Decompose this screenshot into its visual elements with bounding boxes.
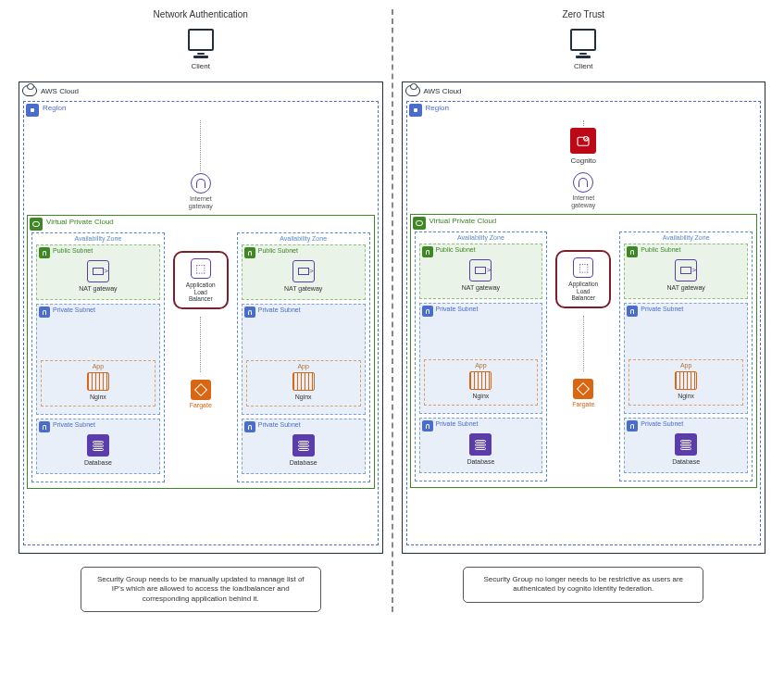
database-icon <box>469 433 492 456</box>
private-subnet-db-r2: Private Subnet Database <box>624 418 748 473</box>
region-label: Region <box>43 104 66 117</box>
alb-left: ⬚ Application Load Balancer <box>173 251 229 308</box>
alb-label: Application Load Balancer <box>177 281 225 301</box>
left-column: Network Authentication Client AWS Cloud … <box>9 9 392 612</box>
fargate-right: Fargate <box>572 379 594 407</box>
monitor-icon <box>570 29 596 51</box>
note-left: Security Group needs to be manually upda… <box>81 567 321 612</box>
app-label: App <box>42 363 155 369</box>
nginx-label: Nginx <box>45 394 151 400</box>
igw-icon <box>573 172 593 193</box>
app-label: App <box>247 363 360 369</box>
nginx-icon <box>292 372 315 391</box>
center-track-right: ⬚ Application Load Balancer Fargate <box>551 231 616 482</box>
public-subnet-label: Public Subnet <box>258 247 298 258</box>
vpc-frame-left: Virtual Private Cloud Availability Zone … <box>27 215 375 489</box>
note-right: Security Group no longer needs to be res… <box>463 567 703 603</box>
nat-icon <box>292 260 315 282</box>
client-label: Client <box>19 62 383 70</box>
private-subnet-label: Private Subnet <box>258 306 301 318</box>
cognito-icon <box>570 128 596 154</box>
nat-gateway-l1: NAT gateway <box>41 260 156 292</box>
monitor-icon <box>188 29 214 51</box>
cloud-icon <box>22 85 37 96</box>
title-right: Zero Trust <box>402 9 766 19</box>
az-label: Availability Zone <box>32 235 164 242</box>
igw-label: Internet gateway <box>27 195 375 209</box>
connector-line <box>200 317 201 372</box>
public-subnet-r2: Public Subnet NAT gateway <box>624 244 748 299</box>
db-label: Database <box>41 459 156 466</box>
center-divider <box>392 9 393 612</box>
nginx-icon <box>469 371 492 390</box>
private-subnet-app-r2: Private Subnet AppNginx <box>624 303 748 414</box>
private-subnet-app-l1: Private Subnet App Nginx <box>36 304 160 415</box>
fargate-label: Fargate <box>190 402 212 408</box>
nginx-icon <box>87 372 109 391</box>
az-label: Availability Zone <box>416 234 547 241</box>
fargate-icon <box>573 379 593 399</box>
aws-cloud-frame-left: AWS Cloud Region Internet gateway Virtua… <box>19 81 383 554</box>
private-subnet-app-r1: Private Subnet AppNginx <box>419 303 543 414</box>
connector-line <box>583 316 584 371</box>
private-subnet-db-l1: Private Subnet Database <box>36 419 160 474</box>
cloud-icon <box>405 85 420 96</box>
nat-icon <box>675 259 697 281</box>
cognito: Cognito <box>410 128 758 165</box>
db-label: Database <box>246 459 361 466</box>
client-label: Client <box>402 62 766 70</box>
nat-icon <box>87 260 109 282</box>
aws-cloud-frame-right: AWS Cloud Region Cognito Internet gatewa… <box>402 81 766 554</box>
connector-line <box>583 120 584 126</box>
private-subnet-app-l2: Private Subnet App Nginx <box>242 304 366 415</box>
igw-icon <box>191 173 211 194</box>
client-left: Client <box>19 29 383 70</box>
az-label: Availability Zone <box>238 235 369 242</box>
fargate-left: Fargate <box>190 380 212 408</box>
private-subnet-label: Private Subnet <box>53 421 95 432</box>
nat-icon <box>469 259 492 281</box>
app-frame-l1: App Nginx <box>41 360 156 407</box>
center-track-left: ⬚ Application Load Balancer Fargate <box>168 232 233 482</box>
app-frame-l2: App Nginx <box>246 360 361 407</box>
region-label: Region <box>426 104 449 117</box>
vpc-label: Virtual Private Cloud <box>429 217 497 230</box>
fargate-icon <box>191 380 211 400</box>
database-l1: Database <box>41 434 156 466</box>
private-subnet-db-l2: Private Subnet Database <box>242 419 366 474</box>
private-subnet-db-r1: Private Subnet Database <box>419 418 543 473</box>
nat-label: NAT gateway <box>41 285 156 292</box>
nat-label: NAT gateway <box>246 285 361 292</box>
nginx-label: Nginx <box>251 394 356 400</box>
vpc-frame-right: Virtual Private Cloud Availability Zone … <box>410 214 758 488</box>
right-column: Zero Trust Client AWS Cloud Region Cogni… <box>392 9 776 612</box>
internet-gateway-right: Internet gateway <box>410 172 758 208</box>
diagram-stage: Network Authentication Client AWS Cloud … <box>9 9 775 612</box>
nginx-icon <box>675 371 697 390</box>
public-subnet-l2: Public Subnet NAT gateway <box>242 244 366 300</box>
cloud-label: AWS Cloud <box>424 87 462 95</box>
database-icon <box>87 434 109 457</box>
public-subnet-l1: Public Subnet NAT gateway <box>36 244 160 300</box>
private-subnet-label: Private Subnet <box>258 421 301 432</box>
az-right-1: Availability Zone Public Subnet NAT gate… <box>415 231 548 482</box>
database-icon <box>292 434 315 457</box>
vpc-label: Virtual Private Cloud <box>46 218 114 231</box>
alb-icon: ⬚ <box>191 258 211 279</box>
client-right: Client <box>402 29 766 70</box>
connector-line <box>200 120 201 171</box>
database-icon <box>675 433 697 456</box>
region-frame-left: Region Internet gateway Virtual Private … <box>23 101 379 545</box>
igw-label: Internet gateway <box>410 194 758 208</box>
region-frame-right: Region Cognito Internet gateway Virtual … <box>406 101 762 545</box>
private-subnet-label: Private Subnet <box>53 306 95 318</box>
title-left: Network Authentication <box>19 9 383 19</box>
nat-gateway-l2: NAT gateway <box>246 260 361 292</box>
database-l2: Database <box>246 434 361 466</box>
cloud-label: AWS Cloud <box>41 87 79 95</box>
public-subnet-label: Public Subnet <box>53 247 93 258</box>
az-left-1: Availability Zone Public Subnet NAT gate… <box>31 232 165 482</box>
alb-icon: ⬚ <box>573 257 593 278</box>
internet-gateway-left: Internet gateway <box>27 173 375 209</box>
az-left-2: Availability Zone Public Subnet NAT gate… <box>237 232 370 482</box>
